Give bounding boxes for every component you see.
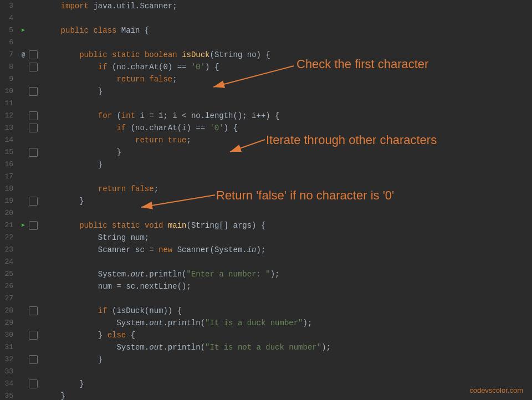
breakpoint[interactable]	[29, 50, 38, 59]
code-line: 27	[0, 293, 532, 305]
breakpoint[interactable]	[29, 380, 38, 388]
code-line: 23 Scanner sc = new Scanner(System.in);	[0, 244, 532, 256]
code-line: 21▶ public static void main(String[] arg…	[0, 219, 532, 232]
breakpoint[interactable]	[29, 87, 38, 96]
code-content: }	[40, 195, 84, 207]
code-line: 12 for (int i = 1; i < no.length(); i++)…	[0, 110, 532, 122]
code-line: 31 System.out.println("It is not a duck …	[0, 341, 532, 353]
code-line: 16 }	[0, 158, 532, 171]
breakpoint[interactable]	[29, 75, 38, 84]
breakpoint[interactable]	[29, 282, 38, 291]
breakpoint[interactable]	[29, 306, 38, 315]
line-number: 29	[0, 317, 18, 329]
code-line: 17	[0, 171, 532, 183]
breakpoint[interactable]	[29, 197, 38, 206]
code-line: 34 }	[0, 378, 532, 390]
breakpoint[interactable]	[29, 111, 38, 120]
gutter-icon: ▶	[18, 219, 29, 232]
code-content: }	[40, 158, 103, 171]
code-line: 22 String num;	[0, 232, 532, 244]
code-line: 25 System.out.println("Enter a number: "…	[0, 268, 532, 280]
code-line: 18 return false;	[0, 183, 532, 195]
line-number: 21	[0, 219, 18, 232]
code-line: 10 }	[0, 85, 532, 98]
code-content: return false;	[40, 73, 177, 85]
breakpoint[interactable]	[29, 367, 38, 376]
code-content: System.out.println("It is a duck number"…	[40, 317, 312, 329]
breakpoint[interactable]	[29, 245, 38, 254]
breakpoint[interactable]	[29, 392, 38, 400]
line-number: 30	[0, 329, 18, 341]
code-line: 20	[0, 207, 532, 219]
line-number: 14	[0, 134, 18, 146]
code-content: }	[40, 390, 65, 400]
breakpoint[interactable]	[29, 355, 38, 364]
line-number: 34	[0, 378, 18, 390]
code-content: import java.util.Scanner;	[40, 0, 177, 12]
breakpoint[interactable]	[29, 2, 38, 11]
line-number: 23	[0, 244, 18, 256]
line-number: 18	[0, 183, 18, 195]
code-editor: 3 import java.util.Scanner;45▶ public cl…	[0, 0, 532, 400]
breakpoint[interactable]	[29, 63, 38, 71]
breakpoint[interactable]	[29, 160, 38, 169]
code-line: 28 if (isDuck(num)) {	[0, 305, 532, 317]
code-line: 24	[0, 256, 532, 268]
breakpoint[interactable]	[29, 319, 38, 327]
breakpoint[interactable]	[29, 258, 38, 266]
breakpoint[interactable]	[29, 26, 38, 35]
line-number: 6	[0, 37, 18, 49]
breakpoint[interactable]	[29, 221, 38, 230]
breakpoint[interactable]	[29, 14, 38, 23]
breakpoint[interactable]	[29, 172, 38, 181]
breakpoint[interactable]	[29, 148, 38, 157]
code-content: return true;	[40, 134, 191, 146]
breakpoint[interactable]	[29, 343, 38, 352]
line-number: 24	[0, 256, 18, 268]
code-content: }	[40, 146, 121, 158]
code-content: }	[40, 85, 103, 98]
breakpoint[interactable]	[29, 124, 38, 132]
line-number: 13	[0, 122, 18, 134]
line-number: 27	[0, 293, 18, 305]
breakpoint[interactable]	[29, 209, 38, 218]
code-line: 19 }	[0, 195, 532, 207]
code-content: public static boolean isDuck(String no) …	[40, 49, 270, 61]
breakpoint[interactable]	[29, 270, 38, 279]
code-content: if (no.charAt(0) == '0') {	[40, 61, 219, 73]
code-content: public class Main {	[40, 24, 149, 37]
breakpoint[interactable]	[29, 294, 38, 303]
breakpoint[interactable]	[29, 331, 38, 340]
line-number: 20	[0, 207, 18, 219]
code-line: 13 if (no.charAt(i) == '0') {	[0, 122, 532, 134]
code-line: 26 num = sc.nextLine();	[0, 280, 532, 293]
code-content: num = sc.nextLine();	[40, 280, 191, 293]
line-number: 25	[0, 268, 18, 280]
line-number: 16	[0, 158, 18, 171]
line-number: 7	[0, 49, 18, 61]
line-number: 4	[0, 12, 18, 24]
code-content: System.out.println("It is not a duck num…	[40, 341, 331, 353]
line-number: 28	[0, 305, 18, 317]
line-number: 8	[0, 61, 18, 73]
breakpoint[interactable]	[29, 184, 38, 193]
code-line: 4	[0, 12, 532, 24]
line-number: 3	[0, 0, 18, 12]
code-line: 5▶ public class Main {	[0, 24, 532, 37]
breakpoint[interactable]	[29, 233, 38, 242]
code-content: for (int i = 1; i < no.length(); i++) {	[40, 110, 280, 122]
breakpoint[interactable]	[29, 38, 38, 47]
breakpoint[interactable]	[29, 136, 38, 145]
code-content: if (no.charAt(i) == '0') {	[40, 122, 238, 134]
code-line: 32 }	[0, 353, 532, 366]
code-line: 8 if (no.charAt(0) == '0') {	[0, 61, 532, 73]
gutter-icon: @	[18, 49, 29, 61]
gutter-icon: ▶	[18, 24, 29, 37]
breakpoint[interactable]	[29, 99, 38, 108]
line-number: 9	[0, 73, 18, 85]
line-number: 35	[0, 390, 18, 400]
line-number: 19	[0, 195, 18, 207]
code-content: } else {	[40, 329, 135, 341]
code-line: 15 }	[0, 146, 532, 158]
code-content: }	[40, 353, 103, 366]
